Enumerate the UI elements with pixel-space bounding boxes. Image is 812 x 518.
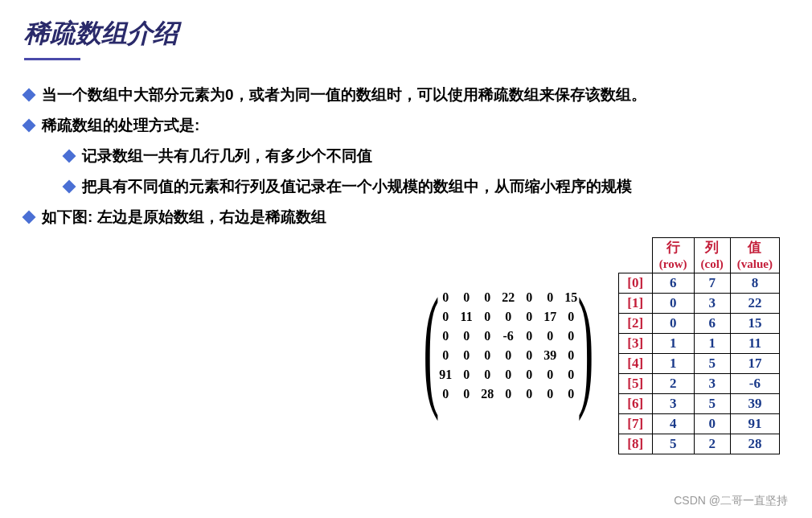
header-sublabel: (col) (701, 257, 724, 270)
table-row: [3]1111 (618, 334, 779, 354)
header-label: 行 (666, 240, 680, 255)
value-cell: 39 (730, 394, 779, 414)
matrix-cell: 0 (439, 387, 452, 401)
table-row: [2]0615 (618, 314, 779, 334)
matrix-cell: 0 (543, 329, 556, 343)
table-row: [6]3539 (618, 394, 779, 414)
index-cell: [6] (618, 394, 652, 414)
table-row: [5]23-6 (618, 374, 779, 394)
row-cell: 1 (652, 334, 694, 354)
col-cell: 6 (694, 314, 730, 334)
matrix-cell: 0 (460, 329, 473, 343)
matrix-cell: 0 (523, 368, 535, 382)
value-cell: 15 (730, 314, 779, 334)
matrix-cell: 0 (481, 348, 494, 363)
bullet-item: 把具有不同值的元素和行列及值记录在一个小规模的数组中，从而缩小程序的规模 (64, 176, 788, 197)
matrix-cell: 39 (543, 348, 556, 363)
page-title: 稀疏数组介绍 (24, 16, 788, 51)
row-cell: 0 (652, 314, 694, 334)
matrix-cell: 0 (481, 310, 494, 324)
matrix-cell: 0 (523, 348, 535, 363)
row-cell: 2 (652, 374, 694, 394)
header-value: 值 (value) (730, 238, 779, 273)
header-sublabel: (row) (659, 257, 687, 270)
value-cell: -6 (730, 374, 779, 394)
col-cell: 2 (694, 434, 730, 454)
bullet-text: 稀疏数组的处理方式是: (42, 115, 199, 136)
value-cell: 91 (730, 414, 779, 434)
watermark: CSDN @二哥一直坚持 (674, 494, 788, 508)
row-cell: 0 (652, 294, 694, 314)
original-matrix: ( 000220015011000170000-6000000003909100… (423, 288, 594, 405)
right-paren-icon: ) (578, 288, 594, 405)
matrix-cell: 0 (564, 368, 577, 382)
bullet-text: 如下图: 左边是原始数组，右边是稀疏数组 (42, 207, 326, 228)
matrix-cell: 0 (439, 310, 452, 324)
diamond-icon (23, 211, 36, 224)
bullet-text: 当一个数组中大部分元素为0，或者为同一值的数组时，可以使用稀疏数组来保存该数组。 (42, 84, 646, 105)
sparse-array-table: 行 (row) 列 (col) 值 (value) [0]678[1]0322[… (618, 237, 780, 454)
row-cell: 3 (652, 394, 694, 414)
row-cell: 4 (652, 414, 694, 434)
value-cell: 11 (730, 334, 779, 354)
bullet-item: 如下图: 左边是原始数组，右边是稀疏数组 (24, 207, 788, 228)
diamond-icon (63, 150, 76, 163)
bullet-item: 当一个数组中大部分元素为0，或者为同一值的数组时，可以使用稀疏数组来保存该数组。 (24, 84, 788, 105)
col-cell: 7 (694, 273, 730, 294)
matrix-cell: 0 (543, 290, 556, 305)
matrix-cell: 0 (564, 329, 577, 343)
table-row: [0]678 (618, 273, 779, 294)
matrix-cell: 17 (543, 310, 556, 324)
bullet-list: 当一个数组中大部分元素为0，或者为同一值的数组时，可以使用稀疏数组来保存该数组。… (24, 84, 788, 228)
value-cell: 8 (730, 273, 779, 294)
left-paren-icon: ( (423, 288, 439, 405)
col-cell: 3 (694, 294, 730, 314)
matrix-cell: 0 (564, 348, 577, 363)
matrix-cell: 28 (481, 387, 494, 401)
matrix-cell: 0 (543, 368, 556, 382)
matrix-cell: 22 (502, 290, 515, 305)
col-cell: 5 (694, 354, 730, 374)
row-cell: 1 (652, 354, 694, 374)
matrix-cell: 0 (523, 387, 535, 401)
title-underline (24, 58, 80, 60)
matrix-cell: 0 (481, 290, 494, 305)
matrix-grid: 000220015011000170000-600000000390910000… (439, 290, 577, 401)
content-area: ( 000220015011000170000-6000000003909100… (24, 237, 788, 454)
value-cell: 28 (730, 434, 779, 454)
matrix-cell: 0 (543, 387, 556, 401)
matrix-cell: 0 (460, 290, 473, 305)
index-cell: [3] (618, 334, 652, 354)
matrix-cell: 15 (564, 290, 577, 305)
header-row: 行 (row) (652, 238, 694, 273)
matrix-cell: 0 (460, 368, 473, 382)
matrix-cell: 0 (523, 329, 535, 343)
bullet-text: 记录数组一共有几行几列，有多少个不同值 (82, 146, 372, 166)
index-cell: [0] (618, 273, 652, 294)
value-cell: 17 (730, 354, 779, 374)
matrix-cell: 0 (481, 368, 494, 382)
diamond-icon (23, 88, 36, 102)
matrix-cell: 0 (502, 368, 515, 382)
matrix-cell: 91 (439, 368, 452, 382)
index-cell: [1] (618, 294, 652, 314)
bullet-text: 把具有不同值的元素和行列及值记录在一个小规模的数组中，从而缩小程序的规模 (82, 176, 632, 197)
header-label: 列 (705, 240, 719, 255)
value-cell: 22 (730, 294, 779, 314)
header-sublabel: (value) (737, 257, 773, 270)
matrix-cell: 0 (564, 387, 577, 401)
bullet-item: 记录数组一共有几行几列，有多少个不同值 (64, 146, 788, 166)
col-cell: 0 (694, 414, 730, 434)
matrix-cell: 0 (502, 387, 515, 401)
index-cell: [7] (618, 414, 652, 434)
table-corner (618, 238, 652, 273)
index-cell: [5] (618, 374, 652, 394)
table-row: [7]4091 (618, 414, 779, 434)
matrix-cell: 0 (460, 348, 473, 363)
table-row: [4]1517 (618, 354, 779, 374)
table-row: [1]0322 (618, 294, 779, 314)
diamond-icon (23, 119, 36, 133)
col-cell: 1 (694, 334, 730, 354)
matrix-cell: 0 (439, 329, 452, 343)
col-cell: 5 (694, 394, 730, 414)
